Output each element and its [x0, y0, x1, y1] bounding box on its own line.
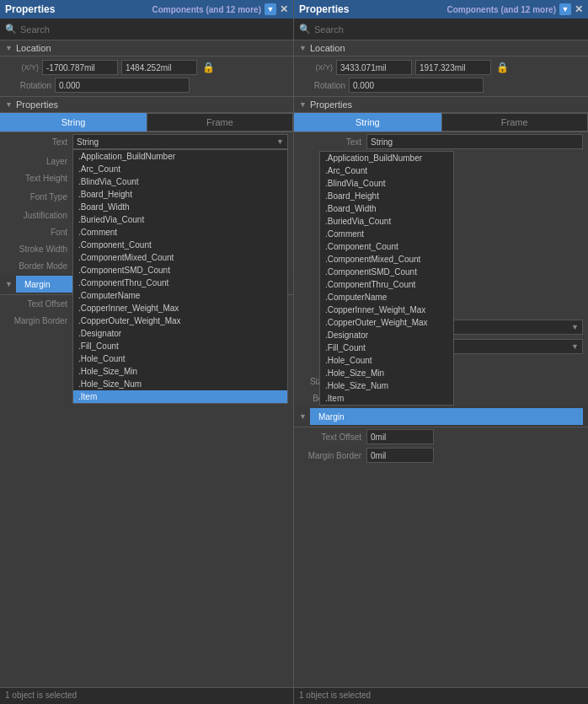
right-tab-string[interactable]: String — [294, 113, 441, 132]
right-dd-6[interactable]: .Comment — [320, 228, 453, 240]
left-status-text: 1 object is selected — [5, 691, 77, 700]
right-dd-18[interactable]: .Hole_Size_Num — [320, 379, 453, 392]
right-text-row: Text — [294, 132, 588, 151]
left-dropdown-item-1[interactable]: .Arc_Count — [73, 163, 287, 175]
right-tab-frame[interactable]: Frame — [441, 113, 589, 132]
left-panel-header-right: Components (and 12 more) ▼ ✕ — [152, 3, 288, 15]
right-properties-header: ▼ Properties — [294, 97, 588, 113]
left-lock-icon[interactable]: 🔒 — [202, 62, 215, 73]
left-dropdown-item-6[interactable]: .Comment — [73, 226, 287, 239]
right-text-height-row: Text H (x) .Application_BuildNumber .Arc… — [294, 151, 588, 169]
right-dd-15[interactable]: .Fill_Count — [320, 341, 453, 354]
right-y-input[interactable] — [415, 60, 491, 75]
right-coord-row: (X/Y) 🔒 — [299, 60, 583, 75]
right-panel: Properties Components (and 12 more) ▼ ✕ … — [294, 0, 588, 704]
right-location-label: Location — [310, 43, 345, 53]
right-panel-title: Properties — [299, 3, 349, 15]
left-justification-label: Justification — [5, 211, 72, 220]
left-dropdown-item-17[interactable]: .Hole_Size_Min — [73, 365, 287, 378]
left-tab-frame[interactable]: Frame — [147, 113, 293, 132]
right-rotation-input[interactable] — [349, 78, 484, 93]
left-text-dropdown-wrapper: String ▼ .Application_BuildNumber .Arc_C… — [72, 134, 288, 149]
left-layer-dropdown-list[interactable]: .Application_BuildNumber .Arc_Count .Bli… — [72, 149, 288, 404]
right-dd-12[interactable]: .CopperInner_Weight_Max — [320, 304, 453, 316]
left-dropdown-item-5[interactable]: .BuriedVia_Count — [73, 213, 287, 226]
right-tab-row: String Frame — [294, 113, 588, 132]
right-dd-11[interactable]: .ComputerName — [320, 291, 453, 304]
left-dropdown-item-9[interactable]: .ComponentSMD_Count — [73, 264, 287, 277]
left-text-dropdown[interactable]: String ▼ — [72, 134, 288, 149]
right-dd-2[interactable]: .BlindVia_Count — [320, 177, 453, 190]
left-dropdown-item-4[interactable]: .Board_Width — [73, 201, 287, 213]
right-barcode-arrow: ▼ — [571, 323, 579, 331]
left-filter-icon[interactable]: ▼ — [265, 3, 276, 15]
right-status-text: 1 object is selected — [299, 691, 371, 700]
right-search-bar: 🔍 — [294, 19, 588, 40]
left-properties-section: String Frame Text String ▼ .Application_… — [0, 113, 293, 687]
left-coord-row: (X/Y) 🔒 — [5, 60, 288, 75]
right-lock-icon[interactable]: 🔒 — [496, 62, 509, 73]
right-dd-19[interactable]: .Item — [320, 392, 453, 405]
right-rotation-label: Rotation — [299, 81, 345, 90]
right-dd-7[interactable]: .Component_Count — [320, 240, 453, 253]
left-location-arrow: ▼ — [5, 44, 13, 52]
right-filter-label: Components (and 12 more) — [447, 5, 556, 14]
right-text-height-controls: (x) .Application_BuildNumber .Arc_Count … — [366, 153, 583, 168]
left-dropdown-item-19[interactable]: .Item — [73, 390, 287, 403]
left-border-mode-label: Border Mode — [5, 261, 72, 271]
left-dropdown-item-0[interactable]: .Application_BuildNumber — [73, 150, 287, 163]
right-location-arrow: ▼ — [299, 44, 307, 52]
left-tab-row: String Frame — [0, 113, 293, 132]
left-dropdown-item-10[interactable]: .ComponentThru_Count — [73, 277, 287, 289]
right-dd-5[interactable]: .BuriedVia_Count — [320, 215, 453, 228]
right-close-button[interactable]: ✕ — [575, 3, 583, 15]
right-dd-8[interactable]: .ComponentMixed_Count — [320, 253, 453, 266]
right-dd-9[interactable]: .ComponentSMD_Count — [320, 266, 453, 278]
right-dd-10[interactable]: .ComponentThru_Count — [320, 278, 453, 291]
left-search-input[interactable] — [20, 24, 288, 35]
left-dropdown-item-12[interactable]: .CopperInner_Weight_Max — [73, 302, 287, 314]
right-panel-header: Properties Components (and 12 more) ▼ ✕ — [294, 0, 588, 19]
right-dd-1[interactable]: .Arc_Count — [320, 164, 453, 177]
right-filter-icon[interactable]: ▼ — [559, 3, 571, 15]
right-dd-0[interactable]: .Application_BuildNumber — [320, 152, 453, 164]
left-dropdown-item-13[interactable]: .CopperOuter_Weight_Max — [73, 314, 287, 327]
right-layer-dropdown-list[interactable]: .Application_BuildNumber .Arc_Count .Bli… — [319, 151, 454, 406]
left-x-input[interactable] — [42, 60, 118, 75]
right-dd-14[interactable]: .Designator — [320, 329, 453, 341]
left-text-label: Text — [5, 137, 72, 147]
left-dropdown-item-8[interactable]: .ComponentMixed_Count — [73, 251, 287, 264]
right-dd-3[interactable]: .Board_Height — [320, 190, 453, 202]
right-text-offset-input[interactable] — [366, 429, 434, 444]
right-dd-13[interactable]: .CopperOuter_Weight_Max — [320, 316, 453, 329]
left-dropdown-item-16[interactable]: .Hole_Count — [73, 352, 287, 365]
right-margin-border-label: Margin Border — [299, 451, 366, 460]
left-y-input[interactable] — [121, 60, 197, 75]
right-dd-17[interactable]: .Hole_Size_Min — [320, 367, 453, 379]
left-rotation-label: Rotation — [5, 81, 51, 90]
left-dropdown-item-2[interactable]: .BlindVia_Count — [73, 175, 287, 188]
right-x-input[interactable] — [336, 60, 412, 75]
left-xy-label: (X/Y) — [5, 63, 39, 72]
right-dd-4[interactable]: .Board_Width — [320, 202, 453, 215]
left-text-row: Text String ▼ .Application_BuildNumber .… — [0, 132, 293, 151]
right-search-input[interactable] — [314, 24, 583, 35]
left-close-button[interactable]: ✕ — [280, 3, 288, 15]
right-margin-arrow: ▼ — [299, 412, 307, 421]
right-margin-label: Margin — [310, 408, 583, 425]
left-props-arrow: ▼ — [5, 100, 13, 109]
right-location-header: ▼ Location — [294, 40, 588, 56]
right-justify-arrow: ▼ — [571, 342, 579, 351]
left-dropdown-item-3[interactable]: .Board_Height — [73, 188, 287, 201]
right-text-input[interactable] — [366, 134, 583, 149]
right-margin-border-input[interactable] — [366, 448, 434, 463]
left-dropdown-item-14[interactable]: .Designator — [73, 327, 287, 340]
left-rotation-input[interactable] — [55, 78, 190, 93]
right-panel-header-right: Components (and 12 more) ▼ ✕ — [447, 3, 583, 15]
left-dropdown-item-7[interactable]: .Component_Count — [73, 239, 287, 251]
left-dropdown-item-15[interactable]: .Fill_Count — [73, 340, 287, 352]
left-dropdown-item-18[interactable]: .Hole_Size_Num — [73, 378, 287, 390]
right-dd-16[interactable]: .Hole_Count — [320, 354, 453, 367]
left-tab-string[interactable]: String — [0, 113, 147, 132]
left-dropdown-item-11[interactable]: .ComputerName — [73, 289, 287, 302]
